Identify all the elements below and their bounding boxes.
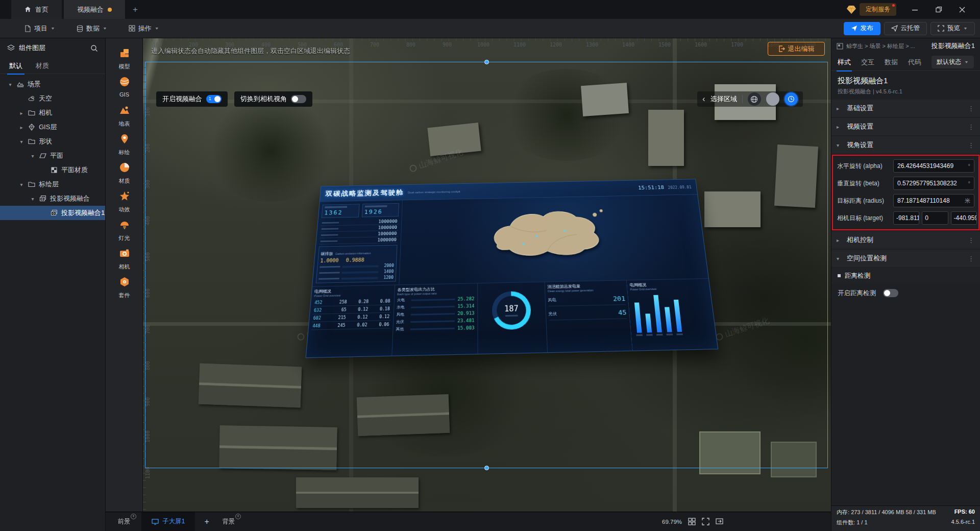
screen-tab-active[interactable]: 子大屏1 xyxy=(141,512,195,531)
asset-camera[interactable]: 相机 xyxy=(106,248,143,271)
ruler-label: 300 xyxy=(145,180,151,189)
alpha-input[interactable]: 26.42644531943469° xyxy=(893,159,974,173)
asset-material[interactable]: 材质 xyxy=(106,162,143,185)
ruler-label: 1200 xyxy=(550,42,562,47)
beta-input[interactable]: 0.5729577951308232° xyxy=(893,177,974,190)
scene-canvas[interactable]: 山海鲸可视化 山海鲸可视化 山海鲸可视化 山海鲸可视化 双碳战略监测及驾驶舱 D… xyxy=(143,38,831,512)
section-space-detect[interactable]: ▾空间位置检测⋮ xyxy=(831,250,980,267)
minimize-button[interactable] xyxy=(903,1,927,18)
distance-detect-switch[interactable] xyxy=(883,289,898,297)
tree-item-sky[interactable]: 天空 xyxy=(0,91,105,106)
preview-button[interactable]: 预览▼ xyxy=(930,22,975,35)
tree-expand-arrow[interactable]: ▾ xyxy=(30,153,36,159)
radius-input[interactable]: 87.1871487110148米 xyxy=(893,194,974,207)
region-back-button[interactable]: ‹ xyxy=(702,94,705,104)
restore-button[interactable] xyxy=(927,1,950,18)
video-fusion-toggle[interactable]: 开启视频融合 1 xyxy=(156,91,228,107)
distance-detect-header: 距离检测 xyxy=(831,268,980,283)
section-view[interactable]: ▾视角设置⋮ xyxy=(831,136,980,154)
tab-style[interactable]: 样式 xyxy=(838,58,851,67)
close-button[interactable] xyxy=(950,1,974,18)
menu-data[interactable]: 数据▼ xyxy=(77,24,107,33)
fit-view-icon[interactable] xyxy=(688,518,696,525)
asset-gis[interactable]: GIS xyxy=(106,76,143,98)
gauge-panel: 187 xyxy=(478,282,548,354)
ratio-row: 火电25.282 xyxy=(397,296,475,303)
camera-view-toggle[interactable]: 切换到相机视角 xyxy=(234,91,312,107)
video-fusion-switch[interactable]: 1 xyxy=(206,95,222,103)
target-y-input[interactable]: 0 xyxy=(922,211,948,225)
sphere-button[interactable] xyxy=(766,92,779,106)
ruler-label: 700 xyxy=(145,325,151,334)
kebab-icon[interactable]: ⋮ xyxy=(968,236,975,244)
publish-button[interactable]: 发布 xyxy=(844,22,880,35)
tree-expand-arrow[interactable]: ▸ xyxy=(18,110,24,116)
camera-view-switch[interactable] xyxy=(291,95,306,103)
ruler-label: 900 xyxy=(145,397,151,406)
tree-item-camera[interactable]: ▸相机 xyxy=(0,106,105,120)
tab-video-fusion[interactable]: 视频融合 xyxy=(64,0,125,19)
document-icon xyxy=(24,25,31,32)
cloud-host-button[interactable]: 云托管 xyxy=(884,22,927,35)
carbon-panel: 碳排放 Carbon emission information 1.00000.… xyxy=(316,245,398,283)
tree-item-label: 天空 xyxy=(39,94,52,103)
timer-button[interactable] xyxy=(785,92,798,106)
zoom-percent[interactable]: 69.79% xyxy=(662,519,682,525)
menu-project[interactable]: 项目▼ xyxy=(24,24,55,33)
kebab-icon[interactable]: ⋮ xyxy=(968,105,975,112)
asset-terrain[interactable]: 地表 xyxy=(106,105,143,128)
kebab-icon[interactable]: ⋮ xyxy=(968,255,975,262)
terrain-icon xyxy=(119,105,130,118)
section-basic[interactable]: ▸基础设置⋮ xyxy=(831,100,980,117)
tree-item-projection-video-fusion[interactable]: ▾投影视频融合 xyxy=(0,191,105,206)
tree-expand-arrow[interactable]: ▾ xyxy=(7,82,13,87)
custom-service-button[interactable]: 定制服务 xyxy=(860,3,896,16)
background-button[interactable]: 背景+ xyxy=(223,517,235,526)
tree-item-gis-layer[interactable]: ▸GIS层 xyxy=(0,120,105,134)
tab-home-label: 首页 xyxy=(35,5,48,14)
effect-icon xyxy=(119,190,130,204)
breadcrumb[interactable]: 鲸孪生 > 场景 > 标绘层 > ... xyxy=(846,42,915,50)
tab-data[interactable]: 数据 xyxy=(885,58,898,67)
tree-item-projection-video-fusion-1[interactable]: 投影视频融合1 xyxy=(0,206,105,220)
asset-model[interactable]: 模型 xyxy=(106,47,143,70)
search-icon[interactable] xyxy=(90,44,98,52)
asset-toolbar: 模型GIS地表标绘材质动效灯光相机套件 xyxy=(106,38,143,512)
tab-material[interactable]: 材质 xyxy=(36,61,49,70)
section-video[interactable]: ▸视频设置⋮ xyxy=(831,118,980,135)
tab-code[interactable]: 代码 xyxy=(908,58,921,67)
new-tab-button[interactable]: + xyxy=(125,0,145,19)
section-camera-control[interactable]: ▸相机控制⋮ xyxy=(831,231,980,249)
tree-item-plane-material[interactable]: 平面材质 xyxy=(0,163,105,177)
asset-effect[interactable]: 动效 xyxy=(106,190,143,213)
ruler-vertical: 10020030040050060070080090010001100 xyxy=(143,38,154,512)
state-dropdown[interactable]: 默认状态▼ xyxy=(932,56,974,68)
fullscreen-icon[interactable] xyxy=(702,518,709,525)
asset-light[interactable]: 灯光 xyxy=(106,219,143,242)
present-icon[interactable] xyxy=(716,518,723,525)
exit-edit-button[interactable]: 退出编辑 xyxy=(768,42,825,56)
ratio-row: 风电20.913 xyxy=(396,310,474,317)
target-x-input[interactable]: -981.8119( xyxy=(893,211,919,225)
add-screen-button[interactable]: + xyxy=(204,517,209,526)
tree-expand-arrow[interactable]: ▾ xyxy=(18,139,24,144)
tab-home[interactable]: 首页 xyxy=(11,0,62,19)
globe-button[interactable] xyxy=(748,92,761,106)
tree-expand-arrow[interactable]: ▸ xyxy=(18,125,24,130)
menu-operate[interactable]: 操作▼ xyxy=(129,24,159,33)
tree-expand-arrow[interactable]: ▾ xyxy=(30,196,36,202)
tab-interaction[interactable]: 交互 xyxy=(861,58,874,67)
kebab-icon[interactable]: ⋮ xyxy=(968,141,975,149)
asset-plot[interactable]: 标绘 xyxy=(106,133,143,156)
foreground-button[interactable]: 前景+ xyxy=(118,517,130,526)
target-z-input[interactable]: -440.9592 xyxy=(951,211,977,225)
tree-item-scene[interactable]: ▾场景 xyxy=(0,77,105,91)
tree-item-plane[interactable]: ▾平面 xyxy=(0,149,105,163)
tab-video-fusion-label: 视频融合 xyxy=(77,5,104,14)
tree-expand-arrow[interactable]: ▾ xyxy=(18,182,24,187)
kebab-icon[interactable]: ⋮ xyxy=(968,123,975,131)
tab-default[interactable]: 默认 xyxy=(9,61,22,70)
tree-item-plot-layer[interactable]: ▾标绘层 xyxy=(0,177,105,191)
tree-item-shape[interactable]: ▾形状 xyxy=(0,134,105,149)
asset-kit[interactable]: 套件 xyxy=(106,276,143,299)
